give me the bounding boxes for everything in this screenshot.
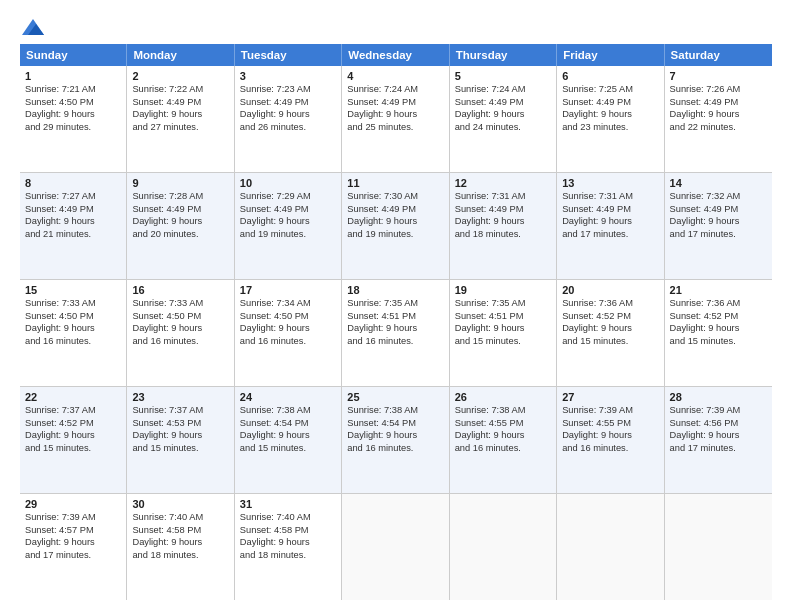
- cell-line: Sunset: 4:49 PM: [455, 96, 551, 109]
- cell-line: Sunset: 4:49 PM: [132, 203, 228, 216]
- calendar-cell: 26Sunrise: 7:38 AMSunset: 4:55 PMDayligh…: [450, 387, 557, 493]
- cell-line: and 17 minutes.: [670, 442, 767, 455]
- cell-line: Daylight: 9 hours: [347, 322, 443, 335]
- cell-line: Sunrise: 7:24 AM: [347, 83, 443, 96]
- calendar-cell: 16Sunrise: 7:33 AMSunset: 4:50 PMDayligh…: [127, 280, 234, 386]
- cell-line: Sunrise: 7:39 AM: [25, 511, 121, 524]
- day-number: 6: [562, 70, 658, 82]
- logo-icon: [22, 18, 44, 36]
- calendar-row: 8Sunrise: 7:27 AMSunset: 4:49 PMDaylight…: [20, 173, 772, 280]
- day-number: 2: [132, 70, 228, 82]
- day-number: 29: [25, 498, 121, 510]
- cell-line: Daylight: 9 hours: [670, 215, 767, 228]
- cell-line: Daylight: 9 hours: [240, 215, 336, 228]
- cell-line: Sunset: 4:52 PM: [562, 310, 658, 323]
- cell-line: and 16 minutes.: [562, 442, 658, 455]
- cell-line: Sunset: 4:51 PM: [347, 310, 443, 323]
- cell-line: Sunrise: 7:37 AM: [132, 404, 228, 417]
- page: SundayMondayTuesdayWednesdayThursdayFrid…: [0, 0, 792, 612]
- calendar-cell: 29Sunrise: 7:39 AMSunset: 4:57 PMDayligh…: [20, 494, 127, 600]
- cell-line: Sunset: 4:49 PM: [562, 96, 658, 109]
- cell-line: Sunrise: 7:39 AM: [562, 404, 658, 417]
- day-number: 25: [347, 391, 443, 403]
- cell-line: and 29 minutes.: [25, 121, 121, 134]
- cell-line: Sunrise: 7:25 AM: [562, 83, 658, 96]
- calendar-header-cell: Wednesday: [342, 44, 449, 66]
- day-number: 22: [25, 391, 121, 403]
- day-number: 19: [455, 284, 551, 296]
- cell-line: and 19 minutes.: [347, 228, 443, 241]
- cell-line: Daylight: 9 hours: [25, 215, 121, 228]
- cell-line: Daylight: 9 hours: [240, 108, 336, 121]
- cell-line: and 16 minutes.: [132, 335, 228, 348]
- cell-line: and 25 minutes.: [347, 121, 443, 134]
- cell-line: Sunset: 4:52 PM: [25, 417, 121, 430]
- cell-line: Daylight: 9 hours: [347, 108, 443, 121]
- cell-line: and 15 minutes.: [240, 442, 336, 455]
- cell-line: Sunset: 4:53 PM: [132, 417, 228, 430]
- calendar-cell: 9Sunrise: 7:28 AMSunset: 4:49 PMDaylight…: [127, 173, 234, 279]
- cell-line: Daylight: 9 hours: [455, 215, 551, 228]
- cell-line: Daylight: 9 hours: [455, 322, 551, 335]
- cell-line: Sunset: 4:49 PM: [670, 203, 767, 216]
- cell-line: Sunrise: 7:38 AM: [347, 404, 443, 417]
- calendar-cell: 15Sunrise: 7:33 AMSunset: 4:50 PMDayligh…: [20, 280, 127, 386]
- cell-line: and 15 minutes.: [132, 442, 228, 455]
- cell-line: and 15 minutes.: [25, 442, 121, 455]
- cell-line: Sunset: 4:52 PM: [670, 310, 767, 323]
- cell-line: Sunset: 4:55 PM: [455, 417, 551, 430]
- day-number: 30: [132, 498, 228, 510]
- calendar-cell: 22Sunrise: 7:37 AMSunset: 4:52 PMDayligh…: [20, 387, 127, 493]
- cell-line: and 17 minutes.: [562, 228, 658, 241]
- cell-line: Daylight: 9 hours: [132, 215, 228, 228]
- calendar-header: SundayMondayTuesdayWednesdayThursdayFrid…: [20, 44, 772, 66]
- calendar-cell: 24Sunrise: 7:38 AMSunset: 4:54 PMDayligh…: [235, 387, 342, 493]
- cell-line: Daylight: 9 hours: [132, 536, 228, 549]
- cell-line: and 16 minutes.: [347, 442, 443, 455]
- day-number: 3: [240, 70, 336, 82]
- cell-line: Sunset: 4:50 PM: [25, 96, 121, 109]
- cell-line: Sunset: 4:50 PM: [25, 310, 121, 323]
- cell-line: and 21 minutes.: [25, 228, 121, 241]
- cell-line: and 16 minutes.: [347, 335, 443, 348]
- cell-line: and 18 minutes.: [132, 549, 228, 562]
- cell-line: Sunrise: 7:22 AM: [132, 83, 228, 96]
- day-number: 21: [670, 284, 767, 296]
- day-number: 11: [347, 177, 443, 189]
- cell-line: Daylight: 9 hours: [562, 108, 658, 121]
- cell-line: Sunset: 4:58 PM: [240, 524, 336, 537]
- day-number: 4: [347, 70, 443, 82]
- day-number: 9: [132, 177, 228, 189]
- day-number: 15: [25, 284, 121, 296]
- calendar-cell: [665, 494, 772, 600]
- cell-line: Sunset: 4:49 PM: [240, 203, 336, 216]
- day-number: 23: [132, 391, 228, 403]
- calendar-row: 1Sunrise: 7:21 AMSunset: 4:50 PMDaylight…: [20, 66, 772, 173]
- cell-line: and 15 minutes.: [670, 335, 767, 348]
- cell-line: and 27 minutes.: [132, 121, 228, 134]
- cell-line: Daylight: 9 hours: [670, 322, 767, 335]
- calendar-cell: 7Sunrise: 7:26 AMSunset: 4:49 PMDaylight…: [665, 66, 772, 172]
- calendar-header-cell: Sunday: [20, 44, 127, 66]
- cell-line: Sunrise: 7:24 AM: [455, 83, 551, 96]
- calendar-cell: 21Sunrise: 7:36 AMSunset: 4:52 PMDayligh…: [665, 280, 772, 386]
- cell-line: Sunset: 4:55 PM: [562, 417, 658, 430]
- calendar-cell: 30Sunrise: 7:40 AMSunset: 4:58 PMDayligh…: [127, 494, 234, 600]
- day-number: 31: [240, 498, 336, 510]
- cell-line: and 20 minutes.: [132, 228, 228, 241]
- day-number: 13: [562, 177, 658, 189]
- day-number: 27: [562, 391, 658, 403]
- cell-line: Sunrise: 7:32 AM: [670, 190, 767, 203]
- cell-line: Sunrise: 7:34 AM: [240, 297, 336, 310]
- cell-line: and 19 minutes.: [240, 228, 336, 241]
- calendar-header-cell: Friday: [557, 44, 664, 66]
- cell-line: Sunrise: 7:28 AM: [132, 190, 228, 203]
- cell-line: and 18 minutes.: [455, 228, 551, 241]
- calendar-cell: 19Sunrise: 7:35 AMSunset: 4:51 PMDayligh…: [450, 280, 557, 386]
- day-number: 5: [455, 70, 551, 82]
- calendar-cell: 20Sunrise: 7:36 AMSunset: 4:52 PMDayligh…: [557, 280, 664, 386]
- cell-line: and 24 minutes.: [455, 121, 551, 134]
- cell-line: Sunrise: 7:33 AM: [132, 297, 228, 310]
- cell-line: Sunset: 4:49 PM: [347, 96, 443, 109]
- calendar-cell: 1Sunrise: 7:21 AMSunset: 4:50 PMDaylight…: [20, 66, 127, 172]
